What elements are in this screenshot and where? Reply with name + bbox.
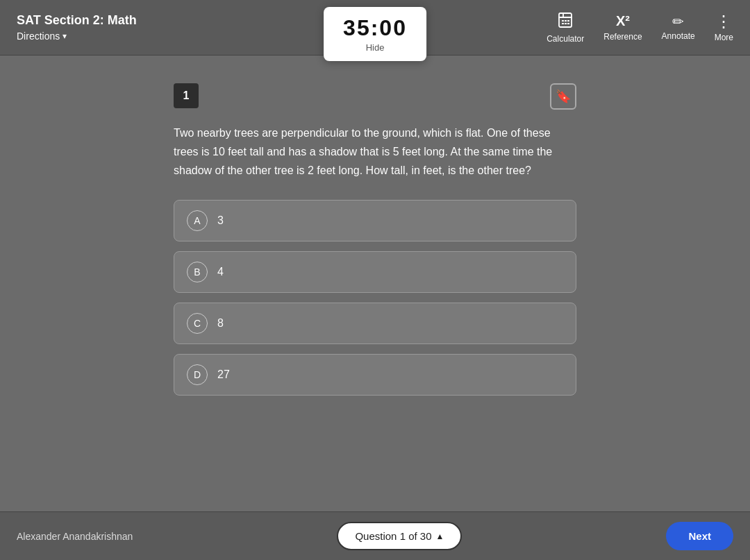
reference-label: Reference (603, 32, 642, 42)
reference-icon: X² (616, 13, 630, 29)
choice-letter-d: D (187, 364, 208, 385)
choice-letter-b: B (187, 262, 208, 282)
calculator-button[interactable]: Calculator (547, 12, 584, 44)
question-nav-label: Question 1 of 30 (355, 530, 431, 542)
question-number-badge: 1 (174, 83, 199, 108)
pencil-icon: ✏ (672, 15, 684, 28)
choice-value-b: 4 (217, 266, 224, 278)
choice-value-a: 3 (217, 214, 224, 227)
choice-letter-a: A (187, 210, 208, 231)
timer-container: 35:00 Hide (324, 7, 426, 61)
answer-choice-c[interactable]: C 8 (174, 303, 576, 344)
choice-value-d: 27 (217, 368, 230, 381)
question-text: Two nearby trees are perpendicular to th… (174, 124, 576, 180)
svg-rect-3 (562, 20, 564, 22)
footer: Alexander Anandakrishnan Question 1 of 3… (0, 511, 750, 560)
question-header: 1 🔖 (174, 83, 576, 110)
chevron-down-icon: ▾ (62, 31, 67, 41)
bookmark-icon: 🔖 (556, 89, 571, 104)
svg-rect-4 (565, 20, 567, 22)
choice-value-c: 8 (217, 317, 224, 330)
answer-choice-d[interactable]: D 27 (174, 354, 576, 396)
annotate-button[interactable]: ✏ Annotate (662, 15, 695, 41)
choice-letter-c: C (187, 313, 208, 334)
user-name: Alexander Anandakrishnan (17, 531, 133, 542)
timer-display: 35:00 (343, 15, 407, 41)
header: SAT Section 2: Math Directions ▾ 35:00 H… (0, 0, 750, 56)
main-content: 1 🔖 Two nearby trees are perpendicular t… (0, 56, 750, 511)
svg-rect-8 (567, 23, 569, 24)
answer-choice-b[interactable]: B 4 (174, 251, 576, 293)
timer-hide-button[interactable]: Hide (343, 42, 407, 53)
reference-button[interactable]: X² Reference (603, 13, 642, 42)
page-title: SAT Section 2: Math (17, 13, 137, 28)
question-navigation-button[interactable]: Question 1 of 30 ▲ (337, 522, 462, 550)
calculator-label: Calculator (547, 34, 584, 44)
svg-rect-7 (565, 23, 567, 24)
svg-rect-6 (562, 23, 564, 24)
calculator-icon (557, 12, 574, 31)
answer-choices: A 3 B 4 C 8 D 27 (174, 200, 576, 396)
more-label: More (715, 33, 733, 42)
more-button[interactable]: ⋮ More (715, 13, 733, 42)
answer-choice-a[interactable]: A 3 (174, 200, 576, 241)
next-button[interactable]: Next (666, 522, 733, 550)
header-left: SAT Section 2: Math Directions ▾ (17, 13, 137, 42)
question-card: 1 🔖 Two nearby trees are perpendicular t… (174, 83, 576, 405)
svg-rect-5 (567, 20, 569, 22)
directions-button[interactable]: Directions ▾ (17, 31, 137, 42)
annotate-label: Annotate (662, 31, 695, 41)
header-tools: Calculator X² Reference ✏ Annotate ⋮ Mor… (547, 12, 733, 44)
more-dots-icon: ⋮ (715, 13, 732, 30)
bookmark-button[interactable]: 🔖 (550, 83, 576, 110)
nav-arrow-icon: ▲ (436, 532, 444, 541)
directions-label: Directions (17, 31, 60, 42)
